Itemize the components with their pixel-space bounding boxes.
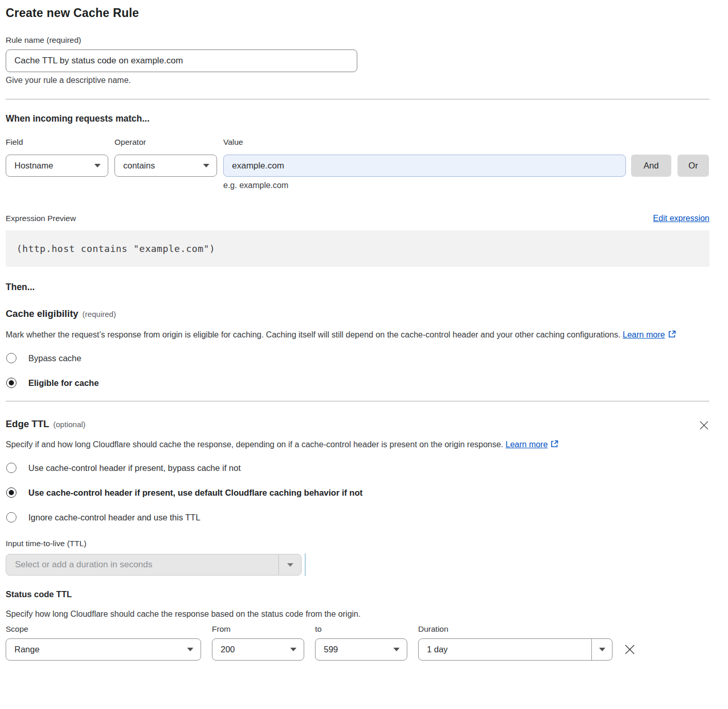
edge-ttl-heading: Edge TTL(optional) [6,418,86,430]
bypass-cache-option[interactable]: Bypass cache [6,353,709,363]
chevron-down-icon [599,648,605,651]
edge-ttl-header: Edge TTL(optional) [6,418,709,431]
operator-label: Operator [114,138,223,147]
field-select-value: Hostname [14,161,53,171]
external-link-icon [550,440,559,448]
operator-select-value: contains [123,161,155,171]
cache-eligibility-description: Mark whether the request’s response from… [6,328,699,342]
duration-label: Duration [418,624,449,634]
to-select-value: 599 [324,645,338,654]
status-ttl-row: Range 200 599 1 day [6,638,709,661]
radio-label: Use cache-control header if present, byp… [28,463,241,473]
radio-unselected-icon[interactable] [6,512,16,522]
status-code-ttl-description: Specify how long Cloudflare should cache… [6,610,709,619]
create-cache-rule-form: Create new Cache Rule Rule name (require… [0,0,728,661]
radio-label: Bypass cache [28,353,81,363]
edge-ttl-option-ignore[interactable]: Ignore cache-control header and use this… [6,512,709,522]
edge-ttl-description: Specify if and how long Cloudflare shoul… [6,437,575,452]
close-icon[interactable] [699,420,709,431]
chevron-down-icon [203,164,209,167]
duration-select[interactable]: 1 day [418,638,613,661]
value-label: Value [223,138,243,147]
cache-eligibility-learn-more-link[interactable]: Learn more [623,330,665,339]
to-label: to [315,624,418,634]
to-select[interactable]: 599 [315,638,407,661]
from-label: From [212,624,315,634]
expression-preview-label: Expression Preview [6,214,76,223]
duration-select-value: 1 day [419,645,448,654]
chevron-down-icon [187,648,193,651]
operator-select[interactable]: contains [114,155,217,177]
from-select-value: 200 [221,645,235,654]
status-code-ttl-heading: Status code TTL [6,589,709,599]
scope-select[interactable]: Range [6,638,201,661]
edge-ttl-description-text: Specify if and how long Cloudflare shoul… [6,440,503,449]
ttl-select-placeholder: Select or add a duration in seconds [6,560,153,570]
from-select[interactable]: 200 [212,638,304,661]
chevron-down-icon [290,648,296,651]
radio-unselected-icon[interactable] [6,353,16,363]
cache-eligibility-heading: Cache eligibility(required) [6,308,709,319]
radio-unselected-icon[interactable] [6,463,16,473]
radio-dot [9,490,14,495]
match-heading: When incoming requests match... [6,113,709,124]
expression-preview-row: Expression Preview Edit expression [6,214,709,223]
edge-ttl-option-default[interactable]: Use cache-control header if present, use… [6,487,709,498]
value-input[interactable] [223,155,626,177]
expression-code: (http.host contains "example.com") [16,243,215,254]
match-labels-row: Field Operator Value [6,138,709,147]
radio-label: Use cache-control header if present, use… [28,488,362,498]
ttl-select-wrap: Select or add a duration in seconds [6,553,709,576]
rule-name-label: Rule name (required) [6,36,709,45]
page-title: Create new Cache Rule [6,6,709,20]
radio-dot [9,380,14,385]
remove-row-icon[interactable] [623,643,636,656]
required-tag: (required) [82,310,116,318]
ttl-select-arrow-box[interactable] [278,554,301,575]
radio-selected-icon[interactable] [6,487,16,498]
ttl-input-label: Input time-to-live (TTL) [6,539,709,548]
rule-name-helper: Give your rule a descriptive name. [6,76,709,85]
match-condition-row: Hostname contains And Or [6,155,709,177]
edge-ttl-learn-more-link[interactable]: Learn more [506,440,548,449]
eligible-for-cache-option[interactable]: Eligible for cache [6,378,709,388]
rule-name-input[interactable] [6,49,357,72]
edit-expression-link[interactable]: Edit expression [653,214,709,223]
radio-label: Ignore cache-control header and use this… [28,513,201,522]
cache-eligibility-title: Cache eligibility [6,308,78,319]
expression-code-block: (http.host contains "example.com") [6,230,709,267]
chevron-down-icon [94,164,101,167]
chevron-down-icon [287,563,293,567]
field-select[interactable]: Hostname [6,155,108,177]
edge-ttl-option-bypass[interactable]: Use cache-control header if present, byp… [6,463,709,473]
ttl-duration-select[interactable]: Select or add a duration in seconds [6,554,302,576]
duration-select-arrow-box[interactable] [591,639,612,660]
radio-selected-icon[interactable] [6,378,16,388]
edge-ttl-title: Edge TTL [6,418,49,429]
scope-label: Scope [6,624,212,634]
then-heading: Then... [6,282,709,293]
chevron-down-icon [393,648,400,651]
external-link-icon [668,330,676,339]
value-helper: e.g. example.com [223,181,709,190]
radio-label: Eligible for cache [28,378,99,388]
and-button[interactable]: And [631,155,671,177]
field-label: Field [6,138,114,147]
scope-select-value: Range [14,645,40,654]
section-divider [6,401,709,401]
status-ttl-labels-row: Scope From to Duration [6,624,709,634]
text-caret [305,553,306,576]
cache-eligibility-description-text: Mark whether the request’s response from… [6,330,620,339]
section-divider [6,99,709,99]
optional-tag: (optional) [53,420,86,429]
or-button[interactable]: Or [677,155,709,177]
